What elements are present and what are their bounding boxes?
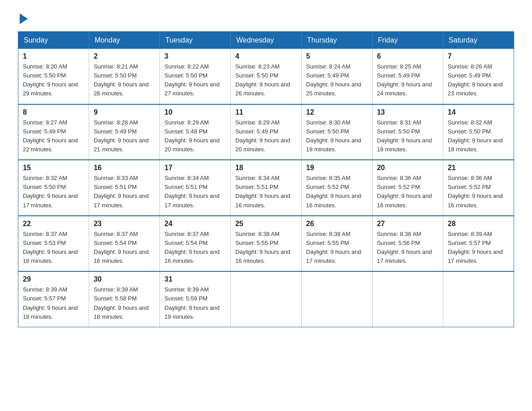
calendar-cell: 11Sunrise: 8:29 AMSunset: 5:49 PMDayligh…: [231, 104, 301, 160]
calendar-cell: [231, 271, 301, 327]
day-number: 5: [306, 52, 368, 60]
day-info: Sunrise: 8:30 AMSunset: 5:50 PMDaylight:…: [306, 118, 368, 154]
calendar-cell: 21Sunrise: 8:36 AMSunset: 5:52 PMDayligh…: [443, 160, 514, 216]
day-number: 15: [23, 164, 84, 172]
week-row-5: 29Sunrise: 8:39 AMSunset: 5:57 PMDayligh…: [18, 271, 514, 327]
day-info: Sunrise: 8:20 AMSunset: 5:50 PMDaylight:…: [23, 62, 84, 98]
day-number: 19: [306, 164, 368, 172]
calendar-cell: 20Sunrise: 8:36 AMSunset: 5:52 PMDayligh…: [372, 160, 443, 216]
day-info: Sunrise: 8:32 AMSunset: 5:50 PMDaylight:…: [448, 118, 509, 154]
logo: [18, 13, 28, 22]
day-number: 27: [377, 220, 438, 228]
calendar-cell: 3Sunrise: 8:22 AMSunset: 5:50 PMDaylight…: [160, 49, 231, 104]
day-info: Sunrise: 8:38 AMSunset: 5:55 PMDaylight:…: [306, 230, 368, 266]
calendar-cell: 29Sunrise: 8:39 AMSunset: 5:57 PMDayligh…: [18, 271, 89, 327]
day-number: 10: [164, 108, 226, 116]
calendar-table: SundayMondayTuesdayWednesdayThursdayFrid…: [18, 31, 514, 327]
week-row-3: 15Sunrise: 8:32 AMSunset: 5:50 PMDayligh…: [18, 160, 514, 216]
calendar-cell: 10Sunrise: 8:29 AMSunset: 5:49 PMDayligh…: [160, 104, 231, 160]
day-number: 29: [23, 275, 84, 283]
calendar-cell: 9Sunrise: 8:28 AMSunset: 5:49 PMDaylight…: [89, 104, 160, 160]
header-monday: Monday: [89, 32, 160, 49]
day-info: Sunrise: 8:37 AMSunset: 5:54 PMDaylight:…: [94, 230, 155, 266]
day-info: Sunrise: 8:34 AMSunset: 5:51 PMDaylight:…: [164, 174, 226, 210]
calendar-cell: 14Sunrise: 8:32 AMSunset: 5:50 PMDayligh…: [443, 104, 514, 160]
header-friday: Friday: [372, 32, 443, 49]
calendar-cell: 12Sunrise: 8:30 AMSunset: 5:50 PMDayligh…: [301, 104, 372, 160]
day-number: 7: [448, 52, 509, 60]
day-info: Sunrise: 8:39 AMSunset: 5:57 PMDaylight:…: [23, 285, 84, 321]
header-thursday: Thursday: [301, 32, 372, 49]
calendar-cell: 15Sunrise: 8:32 AMSunset: 5:50 PMDayligh…: [18, 160, 89, 216]
day-info: Sunrise: 8:39 AMSunset: 5:57 PMDaylight:…: [448, 230, 509, 266]
calendar-cell: 28Sunrise: 8:39 AMSunset: 5:57 PMDayligh…: [443, 216, 514, 272]
calendar-cell: 6Sunrise: 8:25 AMSunset: 5:49 PMDaylight…: [372, 49, 443, 104]
day-info: Sunrise: 8:33 AMSunset: 5:51 PMDaylight:…: [94, 174, 155, 210]
day-number: 3: [164, 52, 226, 60]
day-info: Sunrise: 8:36 AMSunset: 5:52 PMDaylight:…: [377, 174, 438, 210]
day-info: Sunrise: 8:35 AMSunset: 5:52 PMDaylight:…: [306, 174, 368, 210]
calendar-cell: 19Sunrise: 8:35 AMSunset: 5:52 PMDayligh…: [301, 160, 372, 216]
calendar-cell: 24Sunrise: 8:37 AMSunset: 5:54 PMDayligh…: [160, 216, 231, 272]
calendar-cell: 30Sunrise: 8:39 AMSunset: 5:58 PMDayligh…: [89, 271, 160, 327]
day-number: 12: [306, 108, 368, 116]
day-number: 28: [448, 220, 509, 228]
calendar-cell: 1Sunrise: 8:20 AMSunset: 5:50 PMDaylight…: [18, 49, 89, 104]
day-info: Sunrise: 8:38 AMSunset: 5:56 PMDaylight:…: [377, 230, 438, 266]
day-info: Sunrise: 8:31 AMSunset: 5:50 PMDaylight:…: [377, 118, 438, 154]
calendar-cell: 2Sunrise: 8:21 AMSunset: 5:50 PMDaylight…: [89, 49, 160, 104]
day-number: 16: [94, 164, 155, 172]
day-info: Sunrise: 8:21 AMSunset: 5:50 PMDaylight:…: [94, 62, 155, 98]
calendar-cell: 27Sunrise: 8:38 AMSunset: 5:56 PMDayligh…: [372, 216, 443, 272]
day-info: Sunrise: 8:37 AMSunset: 5:54 PMDaylight:…: [164, 230, 226, 266]
day-number: 17: [164, 164, 226, 172]
calendar-cell: 18Sunrise: 8:34 AMSunset: 5:51 PMDayligh…: [231, 160, 301, 216]
day-number: 26: [306, 220, 368, 228]
day-info: Sunrise: 8:26 AMSunset: 5:49 PMDaylight:…: [448, 62, 509, 98]
calendar-cell: 8Sunrise: 8:27 AMSunset: 5:49 PMDaylight…: [18, 104, 89, 160]
calendar-cell: 17Sunrise: 8:34 AMSunset: 5:51 PMDayligh…: [160, 160, 231, 216]
day-info: Sunrise: 8:29 AMSunset: 5:49 PMDaylight:…: [235, 118, 296, 154]
day-info: Sunrise: 8:39 AMSunset: 5:58 PMDaylight:…: [94, 285, 155, 321]
day-info: Sunrise: 8:38 AMSunset: 5:55 PMDaylight:…: [235, 230, 296, 266]
day-info: Sunrise: 8:28 AMSunset: 5:49 PMDaylight:…: [94, 118, 155, 154]
day-info: Sunrise: 8:34 AMSunset: 5:51 PMDaylight:…: [235, 174, 296, 210]
calendar-cell: [372, 271, 443, 327]
day-number: 20: [377, 164, 438, 172]
day-number: 13: [377, 108, 438, 116]
day-info: Sunrise: 8:27 AMSunset: 5:49 PMDaylight:…: [23, 118, 84, 154]
day-info: Sunrise: 8:25 AMSunset: 5:49 PMDaylight:…: [377, 62, 438, 98]
calendar-cell: 16Sunrise: 8:33 AMSunset: 5:51 PMDayligh…: [89, 160, 160, 216]
header-tuesday: Tuesday: [160, 32, 231, 49]
day-number: 4: [235, 52, 296, 60]
day-number: 11: [235, 108, 296, 116]
calendar-cell: 7Sunrise: 8:26 AMSunset: 5:49 PMDaylight…: [443, 49, 514, 104]
day-info: Sunrise: 8:24 AMSunset: 5:49 PMDaylight:…: [306, 62, 368, 98]
day-number: 21: [448, 164, 509, 172]
day-number: 9: [94, 108, 155, 116]
header-saturday: Saturday: [443, 32, 514, 49]
calendar-cell: 23Sunrise: 8:37 AMSunset: 5:54 PMDayligh…: [89, 216, 160, 272]
day-info: Sunrise: 8:36 AMSunset: 5:52 PMDaylight:…: [448, 174, 509, 210]
day-info: Sunrise: 8:39 AMSunset: 5:59 PMDaylight:…: [164, 285, 226, 321]
day-number: 23: [94, 220, 155, 228]
day-info: Sunrise: 8:37 AMSunset: 5:53 PMDaylight:…: [23, 230, 84, 266]
calendar-cell: 25Sunrise: 8:38 AMSunset: 5:55 PMDayligh…: [231, 216, 301, 272]
day-number: 1: [23, 52, 84, 60]
day-number: 25: [235, 220, 296, 228]
day-number: 8: [23, 108, 84, 116]
page-header: [18, 13, 514, 22]
calendar-header-row: SundayMondayTuesdayWednesdayThursdayFrid…: [18, 32, 514, 49]
header-wednesday: Wednesday: [231, 32, 301, 49]
week-row-4: 22Sunrise: 8:37 AMSunset: 5:53 PMDayligh…: [18, 216, 514, 272]
day-number: 2: [94, 52, 155, 60]
day-number: 30: [94, 275, 155, 283]
day-info: Sunrise: 8:32 AMSunset: 5:50 PMDaylight:…: [23, 174, 84, 210]
day-number: 24: [164, 220, 226, 228]
day-number: 31: [164, 275, 226, 283]
day-number: 6: [377, 52, 438, 60]
day-info: Sunrise: 8:23 AMSunset: 5:50 PMDaylight:…: [235, 62, 296, 98]
calendar-cell: 26Sunrise: 8:38 AMSunset: 5:55 PMDayligh…: [301, 216, 372, 272]
calendar-cell: 22Sunrise: 8:37 AMSunset: 5:53 PMDayligh…: [18, 216, 89, 272]
calendar-cell: 13Sunrise: 8:31 AMSunset: 5:50 PMDayligh…: [372, 104, 443, 160]
